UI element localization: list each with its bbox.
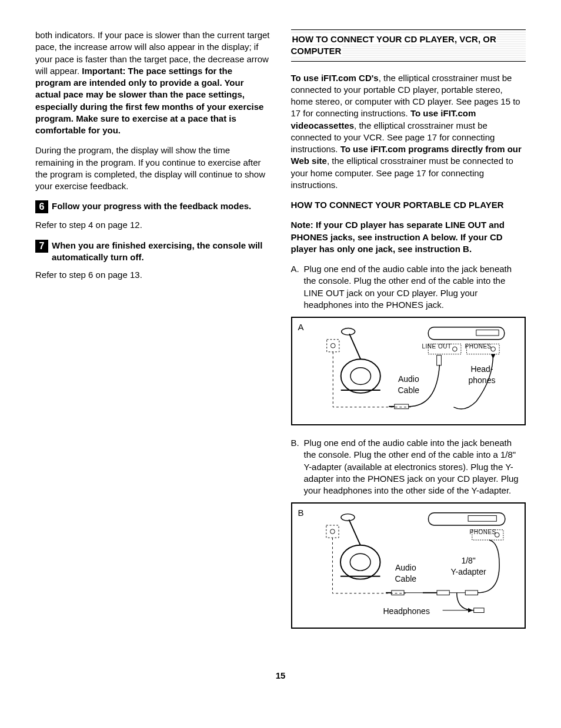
- audio-label: Audio Cable: [398, 374, 420, 396]
- svg-rect-9: [436, 355, 441, 365]
- diagram-letter: A: [298, 321, 304, 333]
- svg-point-23: [330, 529, 335, 534]
- svg-rect-29: [465, 591, 477, 595]
- note-paragraph: Note: If your CD player has separate LIN…: [291, 219, 526, 255]
- diagram-a: A: [291, 317, 526, 425]
- lineout-label: LINE OUT: [422, 343, 452, 351]
- text: Y-adapter: [451, 567, 486, 576]
- intro-paragraph: To use iFIT.com CD's, the elliptical cro…: [291, 72, 526, 192]
- bold-span: To use iFIT.com CD's: [291, 73, 379, 83]
- important-text: Important: The pace settings for the pro…: [35, 66, 263, 135]
- svg-point-13: [452, 347, 457, 351]
- svg-point-17: [340, 545, 380, 579]
- phones-label: PHONES: [470, 528, 496, 536]
- audio-label: Audio Cable: [395, 562, 417, 585]
- right-column: HOW TO CONNECT YOUR CD PLAYER, VCR, OR C…: [291, 29, 526, 640]
- svg-rect-34: [473, 608, 483, 613]
- text: Cable: [395, 574, 417, 583]
- step-number-icon: 7: [35, 240, 48, 253]
- text: Audio: [398, 374, 419, 384]
- svg-point-6: [330, 343, 335, 348]
- instruction-text: Plug one end of the audio cable into the…: [304, 437, 526, 496]
- svg-rect-7: [394, 404, 408, 409]
- text: Cable: [398, 385, 420, 395]
- paragraph-pace: both indicators. If your pace is slower …: [35, 29, 271, 136]
- page-number: 15: [35, 670, 526, 682]
- step-6: 6 Follow your progress with the feedback…: [35, 200, 271, 213]
- marker: B.: [291, 437, 304, 496]
- svg-rect-27: [437, 591, 449, 595]
- instruction-a: A. Plug one end of the audio cable into …: [291, 263, 526, 311]
- step-6-ref: Refer to step 4 on page 12.: [35, 219, 271, 231]
- headphones-label: Head- phones: [469, 364, 496, 386]
- svg-point-18: [350, 553, 370, 571]
- two-column-layout: both indicators. If your pace is slower …: [35, 29, 526, 640]
- sub-heading: HOW TO CONNECT YOUR PORTABLE CD PLAYER: [291, 199, 526, 211]
- diagram-letter: B: [298, 507, 304, 519]
- text: Audio: [395, 563, 416, 572]
- step-number-icon: 6: [35, 200, 48, 213]
- svg-line-19: [349, 520, 360, 545]
- yadapter-label: 1/8" Y-adapter: [451, 555, 486, 578]
- headphones-label: Headphones: [383, 606, 430, 617]
- svg-rect-31: [468, 516, 496, 522]
- section-heading: HOW TO CONNECT YOUR CD PLAYER, VCR, OR C…: [291, 29, 526, 62]
- svg-marker-36: [468, 608, 473, 613]
- svg-point-20: [340, 514, 354, 521]
- svg-rect-30: [428, 513, 505, 525]
- text: Head-: [470, 364, 493, 374]
- svg-rect-10: [428, 327, 504, 340]
- svg-rect-22: [326, 525, 338, 538]
- marker: A.: [291, 263, 304, 311]
- step-7-ref: Refer to step 6 on page 13.: [35, 269, 271, 281]
- step-title: Follow your progress with the feedback m…: [52, 200, 271, 212]
- phones-label: PHONES: [465, 343, 492, 351]
- section-heading-text: HOW TO CONNECT YOUR CD PLAYER, VCR, OR C…: [291, 34, 496, 56]
- svg-rect-11: [476, 330, 498, 336]
- svg-point-3: [341, 328, 355, 336]
- text: 1/8": [461, 556, 475, 565]
- paragraph-display: During the program, the display will sho…: [35, 145, 271, 192]
- diagram-b: B: [291, 502, 526, 629]
- svg-marker-16: [490, 354, 495, 359]
- left-column: both indicators. If your pace is slower …: [35, 29, 271, 640]
- instruction-text: Plug one end of the audio cable into the…: [304, 263, 526, 311]
- svg-rect-24: [391, 591, 403, 595]
- text: phones: [469, 375, 496, 385]
- svg-point-1: [350, 368, 370, 385]
- svg-line-2: [349, 334, 360, 359]
- svg-rect-5: [326, 340, 339, 352]
- step-7: 7 When you are finished exercising, the …: [35, 240, 271, 264]
- step-title: When you are finished exercising, the co…: [52, 240, 271, 264]
- instruction-b: B. Plug one end of the audio cable into …: [291, 437, 526, 496]
- svg-point-0: [340, 359, 380, 393]
